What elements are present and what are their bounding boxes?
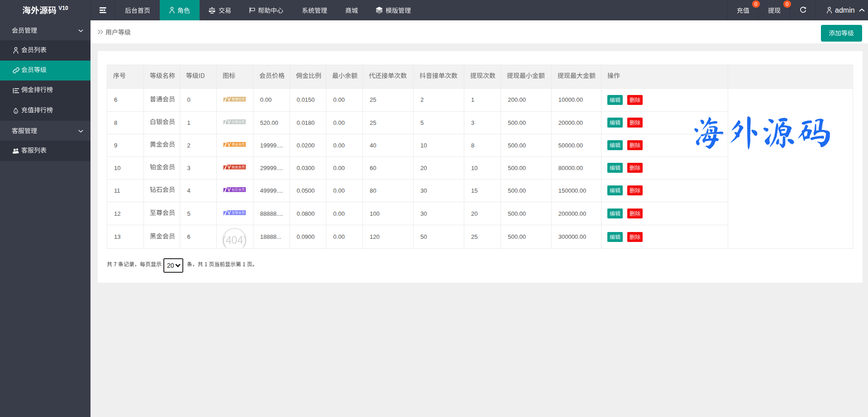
- svg-text:(404): (404): [222, 234, 247, 246]
